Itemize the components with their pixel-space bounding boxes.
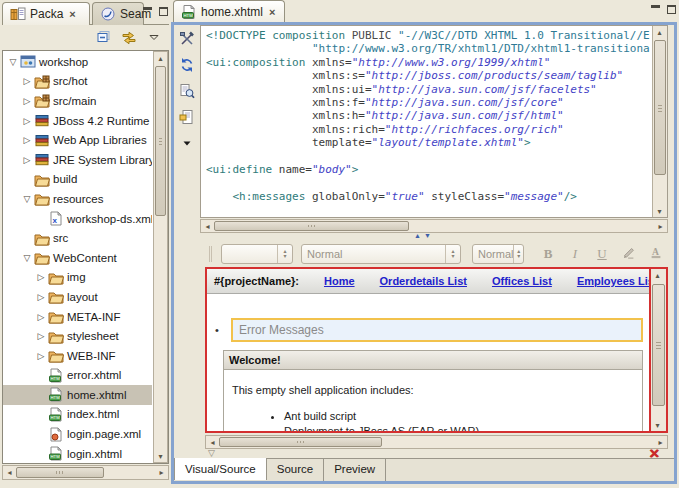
pane-collapse-handle[interactable]: ▽ <box>208 448 215 458</box>
expander-icon[interactable]: ▷ <box>20 116 34 126</box>
html-file-icon: HTM <box>181 4 197 20</box>
project-name-label: #{projectName}: <box>214 275 299 287</box>
view-menu-button[interactable] <box>146 29 162 45</box>
collapse-all-button[interactable] <box>96 29 112 45</box>
tree-item-login-page-xml[interactable]: login.page.xml <box>3 424 152 444</box>
expander-icon[interactable]: ▷ <box>20 76 34 86</box>
code-line[interactable]: <h:messages globalOnly="true" styleClass… <box>206 190 650 203</box>
expander-icon[interactable]: ▷ <box>34 292 48 302</box>
tab-source[interactable]: Source <box>267 459 324 481</box>
code-line[interactable] <box>206 150 650 163</box>
expander-icon[interactable]: ▷ <box>34 351 48 361</box>
font-color-button[interactable]: A <box>649 245 663 263</box>
page-design-options-button[interactable] <box>178 108 196 126</box>
tab-package-explorer[interactable]: Packa × <box>2 2 90 25</box>
folder-icon <box>34 231 51 246</box>
code-line[interactable]: template="layout/template.xhtml"> <box>206 136 650 149</box>
source-horizontal-scrollbar[interactable]: ◂ ▸ <box>200 219 668 233</box>
toolbar-separator <box>209 246 212 262</box>
source-editor-pane[interactable]: <!DOCTYPE composition PUBLIC "-//W3C//DT… <box>200 25 668 218</box>
tree-item-layout[interactable]: ▷layout <box>3 287 152 307</box>
tree-vertical-scrollbar[interactable]: ▴ ▾ <box>153 51 168 463</box>
page-link-orderdetails-list[interactable]: Orderdetails List <box>380 275 467 287</box>
combo-spinner-icon[interactable]: ▴▾ <box>277 245 292 263</box>
error-messages-placeholder[interactable]: Error Messages <box>231 318 643 342</box>
expander-icon[interactable]: ▽ <box>20 194 34 204</box>
code-line[interactable] <box>206 176 650 189</box>
maximize-icon[interactable] <box>159 7 168 16</box>
source-vertical-scrollbar[interactable]: ▴ ▾ <box>652 26 667 217</box>
close-icon[interactable]: × <box>69 9 75 19</box>
tree-item-error-xhtml[interactable]: HTMerror.xhtml <box>3 366 152 386</box>
close-icon[interactable]: × <box>269 7 275 17</box>
package-explorer-view: Packa × Seam ▽workshop▷src/hot▷src/main▷… <box>2 2 169 484</box>
tree-item-jre-system-library-j[interactable]: ▷JRE System Library [j <box>3 150 152 170</box>
refresh-button[interactable] <box>178 56 196 74</box>
page-link-home[interactable]: Home <box>324 275 355 287</box>
underline-button[interactable]: U <box>595 246 609 262</box>
tree-item-web-app-libraries[interactable]: ▷Web App Libraries <box>3 130 152 150</box>
code-line[interactable]: xmlns:ui="http://java.sun.com/jsf/facele… <box>206 83 650 96</box>
expander-icon[interactable]: ▷ <box>20 135 34 145</box>
minimize-icon[interactable] <box>143 7 152 10</box>
code-line[interactable]: xmlns:f="http://java.sun.com/jsf/core" <box>206 96 650 109</box>
expander-icon[interactable]: ▷ <box>20 155 34 165</box>
code-line[interactable]: xmlns:h="http://java.sun.com/jsf/html" <box>206 109 650 122</box>
visual-vertical-scrollbar[interactable]: ▴ ▾ <box>649 269 666 431</box>
expander-icon[interactable]: ▽ <box>6 57 20 67</box>
visual-horizontal-scrollbar[interactable]: ◂ ▸ <box>205 435 668 449</box>
tree-item-resources[interactable]: ▽resources <box>3 189 152 209</box>
code-line[interactable]: <ui:composition xmlns="http://www.w3.org… <box>206 56 650 69</box>
code-line[interactable]: <!DOCTYPE composition PUBLIC "-//W3C//DT… <box>206 29 650 42</box>
tree-item-meta-inf[interactable]: ▷META-INF <box>3 307 152 327</box>
tree-item-stylesheet[interactable]: ▷stylesheet <box>3 326 152 346</box>
tree-item-web-inf[interactable]: ▷WEB-INF <box>3 346 152 366</box>
page-link-offices-list[interactable]: Offices List <box>492 275 552 287</box>
italic-button[interactable]: I <box>568 246 582 262</box>
code-line[interactable]: <ui:define name="body"> <box>206 163 650 176</box>
folder-icon <box>48 348 65 363</box>
expander-icon[interactable]: ▽ <box>20 253 34 263</box>
expander-icon[interactable]: ▷ <box>34 272 48 282</box>
expander-icon[interactable]: ▷ <box>20 96 34 106</box>
bold-button[interactable]: B <box>541 246 555 262</box>
tree-horizontal-scrollbar[interactable]: ◂ ▸ <box>2 465 169 480</box>
tree-item-src-main[interactable]: ▷src/main <box>3 91 152 111</box>
tree-item-webcontent[interactable]: ▽WebContent <box>3 248 152 268</box>
tree-item-home-xhtml[interactable]: HTMhome.xhtml <box>3 385 152 405</box>
page-link-employees-list[interactable]: Employees List <box>577 275 649 287</box>
vpe-preferences-button[interactable] <box>178 30 196 48</box>
combo-spinner-icon[interactable]: ▴▾ <box>445 245 460 263</box>
tree-item-src[interactable]: src <box>3 228 152 248</box>
expander-icon[interactable]: ▷ <box>34 312 48 322</box>
code-line[interactable]: xmlns:s="http://jboss.com/products/seam/… <box>206 69 650 82</box>
tree-item-build[interactable]: build <box>3 170 152 190</box>
tab-seam-components[interactable]: Seam <box>92 2 144 25</box>
tab-preview[interactable]: Preview <box>324 459 386 481</box>
link-with-editor-button[interactable] <box>121 29 137 45</box>
splitter-handle[interactable]: ▲▼ <box>174 232 674 239</box>
tree-item-jboss-4-2-runtime-jb[interactable]: ▷JBoss 4.2 Runtime [JB <box>3 111 152 131</box>
combo-spinner-icon[interactable]: ▴▾ <box>513 245 523 263</box>
tree-item-img[interactable]: ▷img <box>3 268 152 288</box>
tree-item-index-html[interactable]: HTMindex.html <box>3 405 152 425</box>
paragraph-format-combo[interactable]: Normal ▴▾ <box>301 244 461 264</box>
style-combo[interactable]: ▴▾ <box>221 244 293 264</box>
tab-home-xhtml[interactable]: HTM home.xhtml × <box>173 0 285 22</box>
tree-item-src-hot[interactable]: ▷src/hot <box>3 72 152 92</box>
maximize-icon[interactable] <box>667 5 676 14</box>
select-parent-tag-button[interactable] <box>178 82 196 100</box>
tree-item-label: build <box>51 173 77 185</box>
visual-design-pane[interactable]: #{projectName}: HomeOrderdetails ListOff… <box>205 267 668 433</box>
tree-item-workshop[interactable]: ▽workshop <box>3 52 152 72</box>
tab-visual-source[interactable]: Visual/Source <box>174 458 267 480</box>
text-style-pen-button[interactable] <box>622 245 636 263</box>
code-line[interactable]: "http://www.w3.org/TR/xhtml1/DTD/xhtml1-… <box>206 42 650 55</box>
code-line[interactable]: xmlns:rich="http://richfaces.org/rich" <box>206 123 650 136</box>
minimize-icon[interactable] <box>651 5 660 8</box>
tree-item-workshop-ds-xml[interactable]: xworkshop-ds.xml <box>3 209 152 229</box>
tree-item-login-xhtml[interactable]: HTMlogin.xhtml <box>3 444 152 463</box>
expander-icon[interactable]: ▷ <box>34 331 48 341</box>
vpe-menu-button[interactable] <box>178 134 196 152</box>
font-size-combo[interactable]: Normal ▴▾ <box>472 244 524 264</box>
